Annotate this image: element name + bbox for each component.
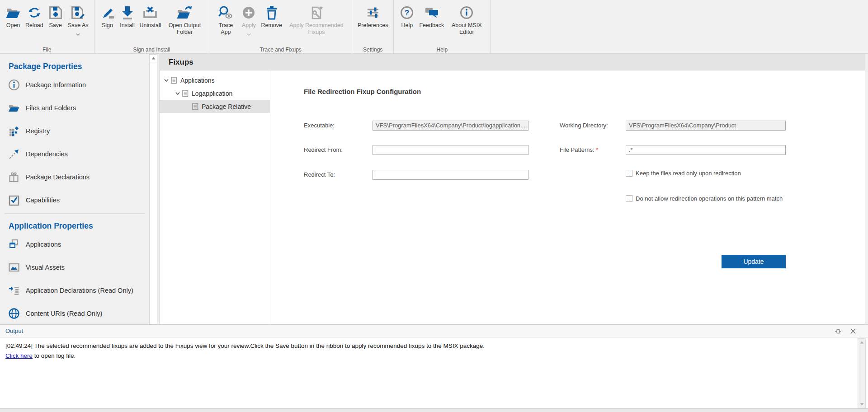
uninstall-button[interactable]: Uninstall <box>137 2 164 29</box>
sidebar-item-content-uris[interactable]: Content URIs (Read Only) <box>0 302 149 324</box>
ribbon-group-label-help: Help <box>394 47 490 53</box>
disallow-redirection-checkbox[interactable] <box>626 195 632 202</box>
sidebar-item-dependencies[interactable]: Dependencies <box>0 142 149 165</box>
open-log-suffix: to open log file. <box>33 352 75 359</box>
sidebar-item-label: Package Information <box>26 81 86 89</box>
image-icon <box>8 261 20 273</box>
folder-icon <box>8 102 20 114</box>
about-msix-editor-button[interactable]: About MSIX Editor <box>446 2 487 36</box>
save-label: Save <box>49 22 62 29</box>
sidebar-item-capabilities[interactable]: Capabilities <box>0 188 149 211</box>
document-icon <box>171 77 180 84</box>
sidebar-item-files-and-folders[interactable]: Files and Folders <box>0 96 149 119</box>
redirect-to-field[interactable] <box>373 170 528 180</box>
sidebar-item-package-declarations[interactable]: Package Declarations <box>0 165 149 188</box>
ribbon-group-label-trace-fixups: Trace and Fixups <box>209 47 352 53</box>
executable-label: Executable: <box>304 122 335 129</box>
sign-button[interactable]: Sign <box>98 2 118 29</box>
apply-dropdown-chevron-icon <box>246 30 251 33</box>
ribbon-group-label-file: File <box>0 47 94 53</box>
save-as-label: Save As <box>68 22 89 29</box>
open-button[interactable]: Open <box>3 2 23 29</box>
ribbon-group-sign-install: Sign Install Uninstall Open Output Folde… <box>94 0 210 53</box>
scrollbar-up-arrow-icon[interactable] <box>858 339 865 346</box>
tree-item-label: Applications <box>180 77 215 84</box>
scrollbar-up-arrow-icon[interactable] <box>150 55 157 62</box>
info-circle-icon <box>8 79 20 91</box>
save-as-dropdown-chevron-icon[interactable] <box>75 30 80 33</box>
page-title: Fixups <box>159 58 193 67</box>
output-header: Output <box>0 324 868 337</box>
tree-item-label: Package Relative <box>202 103 251 110</box>
about-info-icon <box>460 3 473 22</box>
pin-icon[interactable] <box>834 328 842 337</box>
keep-read-only-checkbox[interactable] <box>626 170 632 177</box>
redirect-from-field[interactable] <box>373 145 528 155</box>
open-log-link[interactable]: Click here <box>5 352 33 359</box>
ribbon-group-label-settings: Settings <box>352 47 393 53</box>
sidebar-item-label: Package Declarations <box>26 173 90 181</box>
save-as-button[interactable]: Save As <box>66 2 91 33</box>
tree-item-logapplication[interactable]: Logapplication <box>160 87 270 100</box>
output-scrollbar[interactable] <box>858 338 866 408</box>
apply-button[interactable]: Apply <box>239 2 259 33</box>
output-log-line: [02:49:24] The selected recommended fixu… <box>5 341 854 351</box>
recommended-fixups-icon <box>309 3 324 22</box>
sidebar-item-applications[interactable]: Applications <box>0 233 149 256</box>
install-button[interactable]: Install <box>118 2 137 29</box>
reload-button[interactable]: Reload <box>23 2 46 29</box>
scrollbar-down-arrow-icon[interactable] <box>858 401 865 408</box>
form-title: File Redirection Fixup Configuration <box>304 88 421 95</box>
trace-app-button[interactable]: Trace App <box>212 2 239 36</box>
remove-label: Remove <box>261 22 282 29</box>
file-patterns-field[interactable]: .* <box>626 145 786 155</box>
output-log: [02:49:24] The selected recommended fixu… <box>0 337 868 409</box>
sidebar-item-application-declarations[interactable]: Application Declarations (Read Only) <box>0 279 149 302</box>
reload-label: Reload <box>25 22 43 29</box>
working-directory-field[interactable]: VFS\ProgramFilesX64\Company\Product <box>626 121 786 131</box>
apply-label: Apply <box>242 22 256 29</box>
open-label: Open <box>6 22 20 29</box>
uninstall-label: Uninstall <box>140 22 161 29</box>
redirect-from-label: Redirect From: <box>304 146 343 153</box>
fixups-tree: Applications Logapplication Package Rela… <box>160 70 270 324</box>
apply-recommended-fixups-button[interactable]: Apply Recommended Fixups <box>284 2 349 36</box>
registry-grid-icon <box>8 125 20 137</box>
sidebar-item-label: Files and Folders <box>26 104 76 112</box>
svg-text:?: ? <box>405 9 409 17</box>
app-windows-icon <box>8 238 20 250</box>
sidebar-item-package-information[interactable]: Package Information <box>0 73 149 96</box>
sidebar-item-visual-assets[interactable]: Visual Assets <box>0 256 149 279</box>
feedback-bubbles-icon <box>424 3 439 22</box>
navigation-sidebar: Package Properties Package Information F… <box>0 54 149 324</box>
help-button[interactable]: ? Help <box>397 2 417 29</box>
preferences-button[interactable]: Preferences <box>355 2 390 29</box>
document-icon <box>192 103 202 110</box>
update-button[interactable]: Update <box>722 255 786 268</box>
sidebar-item-registry[interactable]: Registry <box>0 119 149 142</box>
executable-field[interactable]: VFS\ProgramFilesX64\Company\Product\loga… <box>373 121 528 131</box>
preferences-label: Preferences <box>358 22 388 29</box>
sidebar-item-label: Applications <box>26 241 61 248</box>
ribbon-group-file: Open Reload Save Save As File <box>0 0 94 53</box>
save-as-icon <box>71 3 85 22</box>
apply-plus-icon <box>242 3 255 22</box>
chevron-down-icon[interactable] <box>162 79 171 82</box>
sidebar-item-label: Application Declarations (Read Only) <box>26 287 133 294</box>
ribbon-group-help: ? Help Feedback About MSIX Editor Help <box>394 0 491 53</box>
tree-item-applications[interactable]: Applications <box>160 74 270 87</box>
working-directory-label: Working Directory: <box>560 122 608 129</box>
ribbon-group-label-sign-install: Sign and Install <box>94 47 209 53</box>
feedback-button[interactable]: Feedback <box>417 2 446 29</box>
file-redirection-config-panel: File Redirection Fixup Configuration Exe… <box>270 70 865 324</box>
close-icon[interactable] <box>850 328 856 336</box>
save-button[interactable]: Save <box>46 2 66 29</box>
tree-item-package-relative[interactable]: Package Relative <box>160 100 270 113</box>
output-log-line: Click here to open log file. <box>5 351 854 361</box>
remove-button[interactable]: Remove <box>259 2 284 29</box>
sidebar-scrollbar[interactable] <box>149 54 157 324</box>
chevron-down-icon[interactable] <box>173 92 182 95</box>
ribbon-group-trace-fixups: Trace App Apply Remove Apply Recommended… <box>209 0 352 53</box>
apply-recommended-fixups-label: Apply Recommended Fixups <box>287 22 346 36</box>
open-output-folder-button[interactable]: Open Output Folder <box>163 2 206 36</box>
